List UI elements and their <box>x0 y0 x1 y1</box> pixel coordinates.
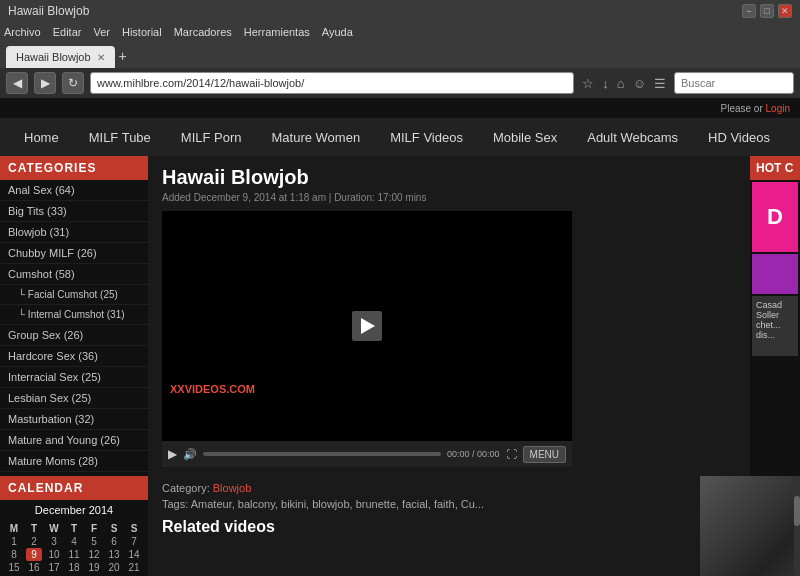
play-control[interactable]: ▶ <box>168 447 177 461</box>
cat-group-sex[interactable]: Group Sex (26) <box>0 325 148 346</box>
menu-button[interactable]: MENU <box>523 446 566 463</box>
scrollbar-thumb[interactable] <box>794 496 800 526</box>
sidebar: CATEGORIES Anal Sex (64) Big Tits (33) B… <box>0 156 148 476</box>
cat-internal-cumshot[interactable]: └ Internal Cumshot (31) <box>0 305 148 325</box>
menu-historial[interactable]: Historial <box>122 26 162 38</box>
hot-ad-3[interactable]: Casad Soller chet... dis... <box>752 296 798 356</box>
nav-hd-videos[interactable]: HD Videos <box>694 124 784 151</box>
cal-week-3: 15 16 17 18 19 20 21 <box>4 561 144 574</box>
video-player[interactable]: XXVIDEOS.COM <box>162 211 572 441</box>
cat-lesbian-sex[interactable]: Lesbian Sex (25) <box>0 388 148 409</box>
bottom-main: Category: Blowjob Tags: Amateur, balcony… <box>148 476 700 576</box>
new-tab-button[interactable]: + <box>115 44 131 68</box>
menu-icon[interactable]: ☰ <box>652 76 668 91</box>
cal-day-20[interactable]: 20 <box>106 561 122 574</box>
minimize-button[interactable]: − <box>742 4 756 18</box>
hot-ad-3-text: Casad Soller chet... dis... <box>756 300 782 340</box>
tags-values: Amateur, balcony, bikini, blowjob, brune… <box>191 498 484 510</box>
menu-editar[interactable]: Editar <box>53 26 82 38</box>
cal-day-1[interactable]: 1 <box>6 535 22 548</box>
cat-mature-young[interactable]: Mature and Young (26) <box>0 430 148 451</box>
cal-day-15[interactable]: 15 <box>6 561 22 574</box>
history-icon[interactable]: ↓ <box>600 76 611 91</box>
cal-day-7[interactable]: 7 <box>126 535 142 548</box>
cal-day-3[interactable]: 3 <box>46 535 62 548</box>
cal-header-f: F <box>86 522 102 535</box>
cal-day-5[interactable]: 5 <box>86 535 102 548</box>
related-videos-title: Related videos <box>162 518 686 536</box>
cal-day-11[interactable]: 11 <box>66 548 82 561</box>
menu-archivo[interactable]: Archivo <box>4 26 41 38</box>
cal-day-17[interactable]: 17 <box>46 561 62 574</box>
nav-milf-porn[interactable]: MILF Porn <box>167 124 256 151</box>
close-button[interactable]: ✕ <box>778 4 792 18</box>
cal-day-18[interactable]: 18 <box>66 561 82 574</box>
maximize-button[interactable]: □ <box>760 4 774 18</box>
cal-day-9[interactable]: 9 <box>26 548 42 561</box>
tab-close-button[interactable]: ✕ <box>97 52 105 63</box>
banner-text: Please or <box>721 103 763 114</box>
cal-header-t1: T <box>26 522 42 535</box>
bookmark-icon[interactable]: ☆ <box>580 76 596 91</box>
cat-interracial-sex[interactable]: Interracial Sex (25) <box>0 367 148 388</box>
menu-marcadores[interactable]: Marcadores <box>174 26 232 38</box>
thumbnail-strip <box>700 476 800 576</box>
cat-chubby-milf[interactable]: Chubby MILF (26) <box>0 243 148 264</box>
menu-ver[interactable]: Ver <box>93 26 110 38</box>
cat-mature-moms[interactable]: Mature Moms (28) <box>0 451 148 472</box>
browser-toolbar: ◀ ▶ ↻ ☆ ↓ ⌂ ☺ ☰ <box>0 68 800 98</box>
category-value[interactable]: Blowjob <box>213 482 252 494</box>
cat-cumshot[interactable]: Cumshot (58) <box>0 264 148 285</box>
fullscreen-icon[interactable]: ⛶ <box>506 448 517 460</box>
nav-mobile-sex[interactable]: Mobile Sex <box>479 124 571 151</box>
home-icon[interactable]: ⌂ <box>615 76 627 91</box>
forward-button[interactable]: ▶ <box>34 72 56 94</box>
cat-big-tits[interactable]: Big Tits (33) <box>0 201 148 222</box>
cat-hardcore-sex[interactable]: Hardcore Sex (36) <box>0 346 148 367</box>
cat-anal-sex[interactable]: Anal Sex (64) <box>0 180 148 201</box>
cal-day-21[interactable]: 21 <box>126 561 142 574</box>
progress-bar[interactable] <box>203 452 441 456</box>
cal-day-8[interactable]: 8 <box>6 548 22 561</box>
cal-day-4[interactable]: 4 <box>66 535 82 548</box>
cat-masturbation[interactable]: Masturbation (32) <box>0 409 148 430</box>
cal-day-16[interactable]: 16 <box>26 561 42 574</box>
bottom-area: CALENDAR December 2014 M T W T F S S 1 2… <box>0 476 800 576</box>
login-link[interactable]: Login <box>766 103 790 114</box>
cal-day-10[interactable]: 10 <box>46 548 62 561</box>
cal-week-1: 1 2 3 4 5 6 7 <box>4 535 144 548</box>
cat-facial-cumshot[interactable]: └ Facial Cumshot (25) <box>0 285 148 305</box>
menu-ayuda[interactable]: Ayuda <box>322 26 353 38</box>
content-area: CATEGORIES Anal Sex (64) Big Tits (33) B… <box>0 156 800 476</box>
back-button[interactable]: ◀ <box>6 72 28 94</box>
cat-internal-link[interactable]: └ Internal Cumshot (31) <box>18 309 125 320</box>
nav-milf-tube[interactable]: MILF Tube <box>75 124 165 151</box>
cal-day-6[interactable]: 6 <box>106 535 122 548</box>
menu-herramientas[interactable]: Herramientas <box>244 26 310 38</box>
user-icon[interactable]: ☺ <box>631 76 648 91</box>
cal-day-13[interactable]: 13 <box>106 548 122 561</box>
nav-milf-videos[interactable]: MILF Videos <box>376 124 477 151</box>
active-tab[interactable]: Hawaii Blowjob ✕ <box>6 46 115 68</box>
hot-ad-2 <box>752 254 798 294</box>
cat-facial-link[interactable]: └ Facial Cumshot (25) <box>18 289 118 300</box>
play-button-center[interactable] <box>352 311 382 341</box>
tags-line: Tags: Amateur, balcony, bikini, blowjob,… <box>162 498 686 510</box>
cal-day-2[interactable]: 2 <box>26 535 42 548</box>
url-bar[interactable] <box>90 72 574 94</box>
search-input[interactable] <box>674 72 794 94</box>
volume-icon[interactable]: 🔊 <box>183 448 197 461</box>
refresh-button[interactable]: ↻ <box>62 72 84 94</box>
scrollbar[interactable] <box>794 476 800 576</box>
cat-blowjob[interactable]: Blowjob (31) <box>0 222 148 243</box>
cal-day-12[interactable]: 12 <box>86 548 102 561</box>
cal-day-19[interactable]: 19 <box>86 561 102 574</box>
nav-adult-webcams[interactable]: Adult Webcams <box>573 124 692 151</box>
nav-mature-women[interactable]: Mature Women <box>258 124 375 151</box>
cal-day-14[interactable]: 14 <box>126 548 142 561</box>
nav-home[interactable]: Home <box>10 124 73 151</box>
hot-ad-1[interactable]: D <box>752 182 798 252</box>
hot-sidebar: HOT C D Casad Soller chet... dis... <box>750 156 800 476</box>
nav-xxx[interactable]: XXX <box>786 124 800 151</box>
main-nav: Home MILF Tube MILF Porn Mature Women MI… <box>0 118 800 156</box>
